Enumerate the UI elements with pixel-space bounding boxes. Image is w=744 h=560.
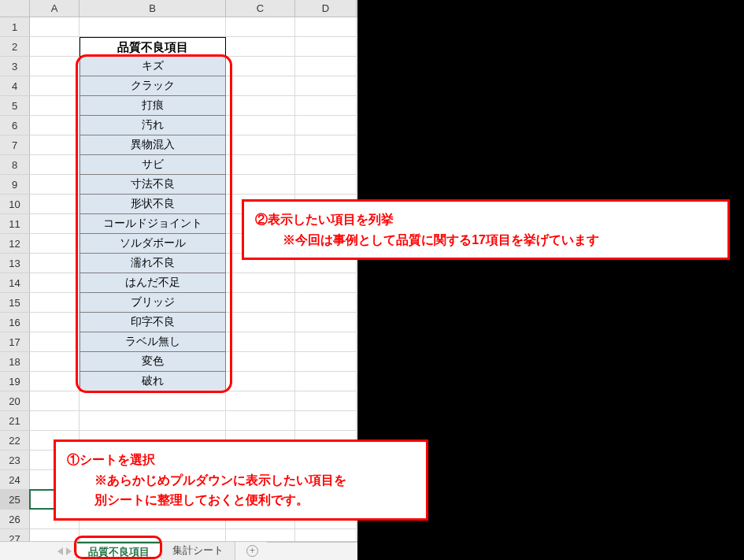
- cell[interactable]: [295, 273, 357, 293]
- row-header[interactable]: 9: [0, 175, 30, 195]
- tab-nav-right-icon[interactable]: [66, 547, 72, 555]
- row-header[interactable]: 12: [0, 234, 30, 254]
- list-item[interactable]: 破れ: [80, 372, 226, 391]
- cell[interactable]: [226, 96, 295, 116]
- cell[interactable]: [226, 411, 295, 431]
- cell[interactable]: [30, 254, 80, 273]
- add-sheet-button[interactable]: +: [235, 542, 267, 560]
- cell[interactable]: [30, 372, 80, 391]
- cell[interactable]: [30, 352, 80, 372]
- cell[interactable]: [226, 313, 295, 332]
- row-header[interactable]: 22: [0, 431, 30, 451]
- sheet-tab[interactable]: 集計シート: [161, 542, 235, 560]
- cell[interactable]: [295, 17, 357, 37]
- list-item[interactable]: ブリッジ: [80, 293, 226, 313]
- cell[interactable]: [295, 175, 357, 195]
- tab-nav-left-icon[interactable]: [57, 547, 63, 555]
- row-header[interactable]: 16: [0, 313, 30, 332]
- list-item[interactable]: 印字不良: [80, 313, 226, 332]
- list-item[interactable]: ラベル無し: [80, 332, 226, 352]
- list-item[interactable]: 汚れ: [80, 116, 226, 135]
- row-header[interactable]: 1: [0, 17, 30, 37]
- cell[interactable]: [30, 313, 80, 332]
- cell[interactable]: [80, 391, 226, 411]
- cell[interactable]: [30, 76, 80, 96]
- row-header[interactable]: 3: [0, 57, 30, 76]
- cell[interactable]: [80, 17, 226, 37]
- cell[interactable]: [295, 293, 357, 313]
- cell[interactable]: [295, 96, 357, 116]
- cell[interactable]: [30, 37, 80, 57]
- sheet-tab-active[interactable]: 品質不良項目: [77, 542, 161, 560]
- row-header[interactable]: 2: [0, 37, 30, 57]
- row-header[interactable]: 23: [0, 451, 30, 470]
- col-header-C[interactable]: C: [226, 0, 295, 17]
- cell[interactable]: [30, 293, 80, 313]
- cell[interactable]: [226, 155, 295, 175]
- row-header[interactable]: 20: [0, 391, 30, 411]
- row-header[interactable]: 19: [0, 372, 30, 391]
- row-header[interactable]: 5: [0, 96, 30, 116]
- col-header-A[interactable]: A: [30, 0, 80, 17]
- cell[interactable]: [30, 273, 80, 293]
- cell[interactable]: [295, 372, 357, 391]
- row-header[interactable]: 13: [0, 254, 30, 273]
- row-header[interactable]: 7: [0, 135, 30, 155]
- cell[interactable]: [30, 195, 80, 214]
- cell[interactable]: [295, 411, 357, 431]
- cell[interactable]: [226, 332, 295, 352]
- row-header[interactable]: 24: [0, 470, 30, 490]
- row-header[interactable]: 4: [0, 76, 30, 96]
- cell[interactable]: [30, 234, 80, 254]
- row-header[interactable]: 11: [0, 214, 30, 234]
- row-header[interactable]: 8: [0, 155, 30, 175]
- cell[interactable]: [226, 391, 295, 411]
- cell[interactable]: [226, 352, 295, 372]
- cell[interactable]: [295, 135, 357, 155]
- row-header[interactable]: 26: [0, 510, 30, 529]
- list-item[interactable]: 変色: [80, 352, 226, 372]
- cell[interactable]: [226, 293, 295, 313]
- cell[interactable]: [30, 17, 80, 37]
- list-item[interactable]: ソルダボール: [80, 234, 226, 254]
- list-item[interactable]: 異物混入: [80, 135, 226, 155]
- list-item[interactable]: 濡れ不良: [80, 254, 226, 273]
- cell[interactable]: [295, 57, 357, 76]
- cell[interactable]: [226, 57, 295, 76]
- cell[interactable]: [295, 391, 357, 411]
- cell[interactable]: [30, 155, 80, 175]
- row-header[interactable]: 25: [0, 490, 30, 510]
- cell[interactable]: [226, 17, 295, 37]
- cell[interactable]: [226, 37, 295, 57]
- cell[interactable]: [80, 411, 226, 431]
- list-item[interactable]: 形状不良: [80, 195, 226, 214]
- table-header[interactable]: 品質不良項目: [80, 37, 226, 57]
- cell[interactable]: [30, 57, 80, 76]
- cell[interactable]: [295, 37, 357, 57]
- cell[interactable]: [226, 76, 295, 96]
- cell[interactable]: [30, 391, 80, 411]
- cell[interactable]: [30, 96, 80, 116]
- col-header-D[interactable]: D: [295, 0, 357, 17]
- cell[interactable]: [295, 155, 357, 175]
- row-header[interactable]: 10: [0, 195, 30, 214]
- row-header[interactable]: 21: [0, 411, 30, 431]
- cell[interactable]: [226, 273, 295, 293]
- cell[interactable]: [30, 116, 80, 135]
- list-item[interactable]: 寸法不良: [80, 175, 226, 195]
- cell[interactable]: [226, 175, 295, 195]
- cell[interactable]: [30, 332, 80, 352]
- cell[interactable]: [226, 372, 295, 391]
- cell[interactable]: [30, 214, 80, 234]
- row-header[interactable]: 6: [0, 116, 30, 135]
- cell[interactable]: [226, 135, 295, 155]
- row-header[interactable]: 18: [0, 352, 30, 372]
- list-item[interactable]: はんだ不足: [80, 273, 226, 293]
- row-header[interactable]: 14: [0, 273, 30, 293]
- cell[interactable]: [295, 76, 357, 96]
- list-item[interactable]: キズ: [80, 57, 226, 76]
- cell[interactable]: [295, 352, 357, 372]
- cell[interactable]: [30, 135, 80, 155]
- list-item[interactable]: クラック: [80, 76, 226, 96]
- cell[interactable]: [30, 175, 80, 195]
